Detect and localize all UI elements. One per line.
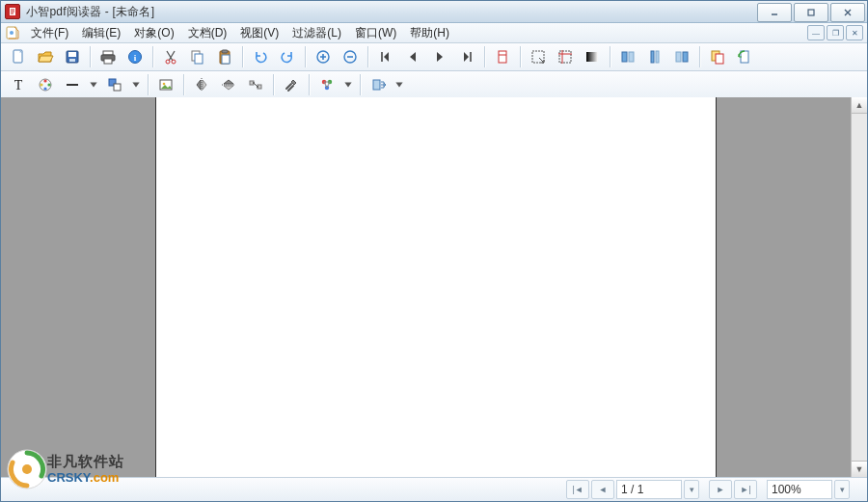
separator: [367, 46, 368, 67]
separator: [520, 46, 521, 67]
close-button[interactable]: [830, 3, 865, 22]
svg-rect-22: [499, 51, 506, 63]
watermark-logo-icon: [7, 449, 47, 489]
minimize-button[interactable]: [757, 3, 792, 22]
flip-horizontal-button[interactable]: [189, 72, 214, 97]
flip-vertical-button[interactable]: [216, 72, 241, 97]
shape-dropdown-icon[interactable]: [129, 72, 143, 97]
zoom-field[interactable]: 100%: [767, 480, 832, 499]
mdi-minimize-button[interactable]: —: [807, 25, 825, 40]
zoom-in-button[interactable]: [311, 44, 336, 69]
window-title: 小智pdf阅读器 - [未命名]: [26, 4, 154, 20]
status-first-page-button[interactable]: |◄: [566, 480, 589, 499]
status-last-page-button[interactable]: ►|: [734, 480, 757, 499]
menu-file[interactable]: 文件(F): [24, 22, 75, 44]
line-dropdown-icon[interactable]: [87, 72, 100, 97]
shape-tool-button[interactable]: [102, 72, 127, 97]
zoom-dropdown-icon[interactable]: ▾: [834, 480, 850, 499]
separator: [699, 46, 700, 67]
prev-page-button[interactable]: [400, 44, 425, 69]
line-tool-button[interactable]: [60, 72, 85, 97]
text-tool-button[interactable]: T: [6, 72, 31, 97]
first-page-button[interactable]: [373, 44, 398, 69]
print-button[interactable]: [95, 44, 121, 69]
svg-rect-32: [683, 52, 688, 62]
mdi-restore-button[interactable]: ❐: [827, 25, 844, 40]
page-layout-button[interactable]: [490, 44, 515, 69]
watermark-cn-text: 非凡软件站: [47, 453, 124, 471]
align-left-button[interactable]: [615, 44, 640, 69]
svg-rect-7: [69, 59, 75, 62]
watermark: 非凡软件站 CRSKY.com: [7, 449, 142, 491]
vertical-scrollbar[interactable]: ▲ ▼: [851, 97, 867, 477]
rotate-page-button[interactable]: [732, 44, 757, 69]
open-button[interactable]: [33, 44, 58, 69]
svg-point-41: [40, 83, 42, 86]
resize-tool-button[interactable]: [366, 72, 391, 97]
svg-rect-29: [651, 51, 654, 63]
svg-rect-34: [716, 54, 723, 64]
separator: [273, 74, 274, 95]
menu-object[interactable]: 对象(O): [127, 22, 180, 44]
next-page-button[interactable]: [427, 44, 452, 69]
cut-button[interactable]: [158, 44, 183, 69]
svg-rect-24: [559, 51, 571, 63]
toolbar-tools: T: [1, 71, 867, 99]
toolbar-main: i: [1, 43, 867, 71]
svg-rect-1: [808, 10, 814, 15]
redo-button[interactable]: [275, 44, 300, 69]
crop-tool-button[interactable]: [553, 44, 578, 69]
menu-window[interactable]: 窗口(W): [348, 22, 403, 44]
last-page-button[interactable]: [454, 44, 479, 69]
scroll-up-icon[interactable]: ▲: [852, 97, 867, 114]
nodes-tool-button[interactable]: [314, 72, 339, 97]
page-dropdown-icon[interactable]: ▾: [684, 480, 699, 499]
image-tool-button[interactable]: [153, 72, 178, 97]
svg-rect-10: [104, 59, 112, 64]
app-menu-icon[interactable]: [5, 25, 20, 40]
status-prev-page-button[interactable]: ◄: [591, 480, 614, 499]
svg-rect-35: [741, 51, 748, 63]
svg-rect-44: [114, 84, 121, 91]
svg-point-40: [43, 87, 46, 90]
separator: [360, 74, 361, 95]
select-tool-button[interactable]: [526, 44, 551, 69]
gradient-tool-button[interactable]: [580, 44, 605, 69]
save-button[interactable]: [60, 44, 85, 69]
svg-rect-8: [103, 51, 113, 55]
separator: [152, 46, 153, 67]
svg-rect-18: [222, 50, 228, 53]
undo-button[interactable]: [248, 44, 273, 69]
nodes-dropdown-icon[interactable]: [341, 72, 355, 97]
resize-dropdown-icon[interactable]: [393, 72, 406, 97]
settings-button[interactable]: [279, 72, 304, 97]
separator: [90, 46, 91, 67]
zoom-out-button[interactable]: [338, 44, 363, 69]
svg-point-3: [10, 31, 14, 35]
distribute-button[interactable]: [243, 72, 268, 97]
document-page[interactable]: [155, 97, 717, 477]
mdi-close-button[interactable]: ✕: [846, 25, 863, 40]
menu-document[interactable]: 文档(D): [181, 22, 234, 44]
paste-button[interactable]: [212, 44, 237, 69]
menu-filter[interactable]: 过滤器(L): [285, 22, 348, 44]
menu-view[interactable]: 视图(V): [233, 22, 285, 44]
copy-button[interactable]: [185, 44, 210, 69]
align-right-button[interactable]: [669, 44, 694, 69]
scroll-down-icon[interactable]: ▼: [852, 461, 867, 477]
align-center-button[interactable]: [642, 44, 667, 69]
separator: [610, 46, 610, 67]
info-button[interactable]: i: [122, 44, 148, 69]
page-number-field[interactable]: 1 / 1: [616, 480, 682, 499]
new-button[interactable]: [6, 44, 31, 69]
maximize-button[interactable]: [794, 3, 828, 22]
svg-point-39: [47, 83, 50, 86]
clone-page-button[interactable]: [705, 44, 730, 69]
svg-point-46: [163, 83, 166, 86]
color-tool-button[interactable]: [33, 72, 58, 97]
menu-help[interactable]: 帮助(H): [403, 22, 456, 44]
menu-edit[interactable]: 编辑(E): [75, 22, 127, 44]
menubar: 文件(F) 编辑(E) 对象(O) 文档(D) 视图(V) 过滤器(L) 窗口(…: [1, 23, 867, 43]
status-next-page-button[interactable]: ►: [709, 480, 732, 499]
svg-rect-30: [656, 51, 659, 63]
